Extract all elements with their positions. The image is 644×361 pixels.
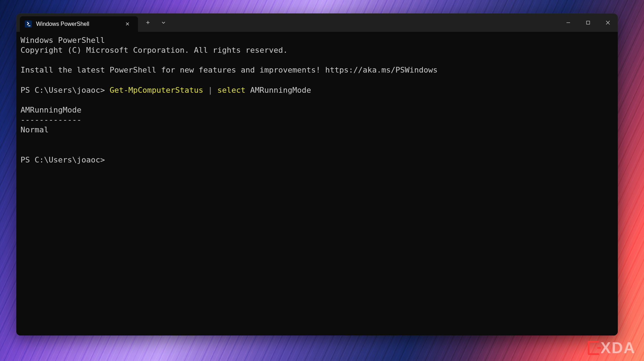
close-button[interactable] — [598, 16, 618, 30]
xda-bracket-icon — [588, 341, 599, 355]
watermark-text: XDA — [600, 339, 636, 357]
titlebar[interactable]: Windows PowerShell ✕ + — [16, 13, 618, 32]
maximize-icon — [586, 21, 590, 25]
output-header: AMRunningMode — [21, 105, 81, 114]
cmd-argument: AMRunningMode — [246, 86, 311, 94]
tab-title: Windows PowerShell — [36, 21, 118, 27]
new-tab-button[interactable]: + — [140, 16, 156, 30]
prompt: PS C:\Users\joaoc> — [21, 155, 105, 164]
window-controls — [558, 16, 618, 30]
cmdlet: select — [217, 86, 245, 94]
svg-rect-1 — [587, 21, 590, 24]
output-value: Normal — [21, 125, 48, 134]
prompt: PS C:\Users\joaoc> — [21, 86, 110, 94]
output-line: Windows PowerShell — [21, 36, 105, 45]
terminal-window: Windows PowerShell ✕ + Windows PowerShel… — [16, 13, 618, 336]
minimize-button[interactable] — [558, 16, 578, 30]
xda-watermark: XDA — [588, 339, 636, 357]
output-divider: ------------- — [21, 115, 81, 124]
tab-powershell[interactable]: Windows PowerShell ✕ — [20, 16, 138, 32]
close-icon — [606, 21, 610, 25]
output-line: Copyright (C) Microsoft Corporation. All… — [21, 46, 288, 55]
cmdlet: Get-MpComputerStatus — [110, 86, 203, 94]
output-line: Install the latest PowerShell for new fe… — [21, 65, 438, 74]
minimize-icon — [566, 21, 570, 25]
powershell-icon — [25, 21, 32, 28]
terminal-output[interactable]: Windows PowerShell Copyright (C) Microso… — [16, 32, 618, 336]
maximize-button[interactable] — [578, 16, 598, 30]
tab-dropdown-button[interactable] — [156, 16, 171, 30]
chevron-down-icon — [161, 21, 166, 25]
pipe-operator: | — [203, 86, 218, 94]
tab-close-button[interactable]: ✕ — [122, 19, 132, 29]
